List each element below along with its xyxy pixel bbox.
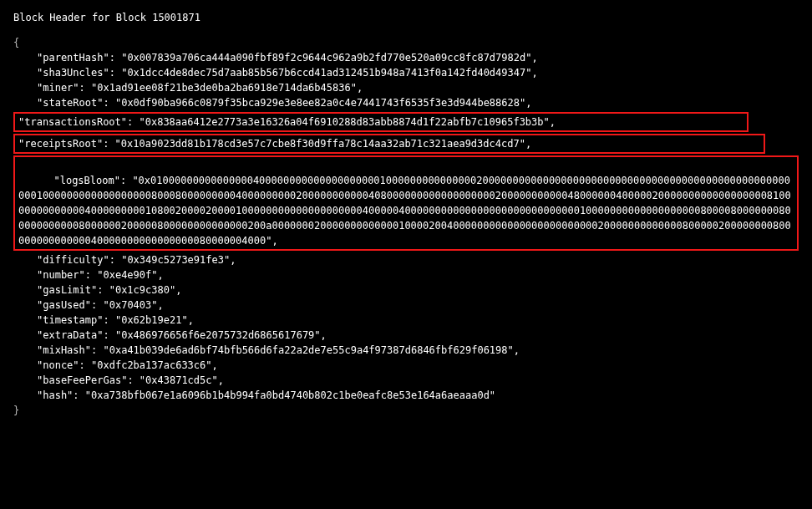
json-close-brace: }: [13, 403, 799, 418]
value-extradata: : "0x486976656f6e2075732d6865617679",: [103, 329, 326, 341]
row-parenthash: "parentHash": "0x007839a706ca444a090fbf8…: [13, 50, 799, 65]
row-miner: "miner": "0x1ad91ee08f21be3de0ba2ba6918e…: [13, 80, 799, 95]
value-difficulty: : "0x349c5273e91fe3",: [109, 254, 236, 266]
row-nonce: "nonce": "0xdfc2ba137ac633c6",: [13, 358, 799, 373]
value-nonce: : "0xdfc2ba137ac633c6",: [79, 359, 218, 371]
value-stateroot: : "0x0df90ba966c0879f35bca929e3e8ee82a0c…: [103, 97, 531, 109]
value-mixhash: : "0xa41b039de6ad6bf74bfb566d6fa22a2de7e…: [91, 344, 520, 356]
value-logsbloom: : "0x01000000000000000400000000000000000…: [18, 175, 791, 247]
key-mixhash: "mixHash": [37, 344, 91, 356]
row-difficulty: "difficulty": "0x349c5273e91fe3",: [13, 252, 799, 267]
value-gaslimit: : "0x1c9c380",: [97, 284, 181, 296]
key-parenthash: "parentHash": [37, 52, 109, 64]
json-open-brace: {: [13, 35, 799, 50]
page-title: Block Header for Block 15001871: [13, 10, 799, 25]
row-basefeepergas: "baseFeePerGas": "0x43871cd5c",: [13, 373, 799, 388]
key-receiptsroot: "receiptsRoot": [18, 138, 103, 150]
key-difficulty: "difficulty": [37, 254, 109, 266]
key-extradata: "extraData": [37, 329, 103, 341]
row-gaslimit: "gasLimit": "0x1c9c380",: [13, 282, 799, 298]
row-number: "number": "0xe4e90f",: [13, 267, 799, 282]
value-basefeepergas: : "0x43871cd5c",: [127, 374, 224, 386]
key-sha3uncles: "sha3Uncles": [37, 67, 109, 79]
key-hash: "hash": [37, 389, 73, 401]
row-sha3uncles: "sha3Uncles": "0x1dcc4de8dec75d7aab85b56…: [13, 65, 799, 80]
highlight-receiptsroot: "receiptsRoot": "0x10a9023dd81b178cd3e57…: [13, 134, 765, 154]
value-number: : "0xe4e90f",: [85, 269, 164, 281]
value-transactionsroot: : "0x838aa6412e2773a3e16326a04f6910288d8…: [127, 116, 556, 128]
value-timestamp: : "0x62b19e21",: [103, 314, 193, 326]
key-gaslimit: "gasLimit": [37, 284, 97, 296]
row-hash: "hash": "0xa738bfb067e1a6096b1b4b994fa0b…: [13, 388, 799, 403]
key-miner: "miner": [37, 82, 79, 94]
key-number: "number": [37, 269, 85, 281]
value-gasused: : "0x70403",: [91, 299, 164, 311]
highlight-transactionsroot: "transactionsRoot": "0x838aa6412e2773a3e…: [13, 112, 749, 132]
row-gasused: "gasUsed": "0x70403",: [13, 298, 799, 313]
key-stateroot: "stateRoot": [37, 97, 103, 109]
highlight-logsbloom: "logsBloom": "0x010000000000000004000000…: [13, 155, 799, 251]
key-nonce: "nonce": [37, 359, 79, 371]
key-gasused: "gasUsed": [37, 299, 91, 311]
value-sha3uncles: : "0x1dcc4de8dec75d7aab85b567b6ccd41ad31…: [109, 67, 538, 79]
value-parenthash: : "0x007839a706ca444a090fbf89f2c9644c962…: [109, 52, 538, 64]
value-hash: : "0xa738bfb067e1a6096b1b4b994fa0bd4740b…: [73, 389, 495, 401]
key-timestamp: "timestamp": [37, 314, 103, 326]
value-receiptsroot: : "0x10a9023dd81b178cd3e57c7cbe8f30d9ffa…: [103, 138, 531, 150]
row-mixhash: "mixHash": "0xa41b039de6ad6bf74bfb566d6f…: [13, 343, 799, 358]
row-extradata: "extraData": "0x486976656f6e2075732d6865…: [13, 328, 799, 343]
row-timestamp: "timestamp": "0x62b19e21",: [13, 313, 799, 328]
row-stateroot: "stateRoot": "0x0df90ba966c0879f35bca929…: [13, 95, 799, 110]
key-transactionsroot: "transactionsRoot": [18, 116, 127, 128]
key-basefeepergas: "baseFeePerGas": [37, 374, 127, 386]
value-miner: : "0x1ad91ee08f21be3de0ba2ba6918e714da6b…: [79, 82, 363, 94]
key-logsbloom: "logsBloom": [53, 175, 119, 186]
